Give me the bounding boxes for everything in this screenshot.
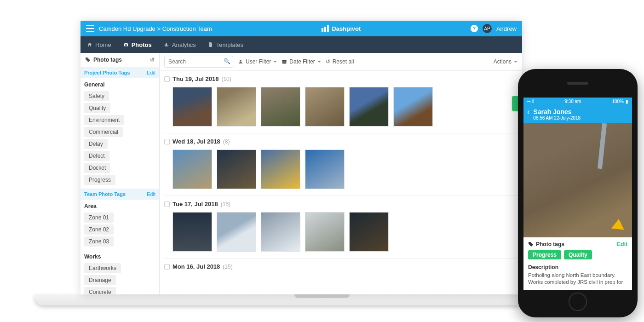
back-icon[interactable]: ‹ [527, 108, 529, 115]
hamburger-icon[interactable] [86, 25, 94, 32]
tag-earthworks[interactable]: Earthworks [84, 263, 121, 273]
main: 🔍 User Filter Date Filter ↺ Reset all [160, 53, 522, 294]
calendar-icon [282, 59, 287, 64]
photo-thumb[interactable] [349, 87, 389, 126]
logo-icon [322, 25, 329, 32]
cat-general: General [80, 78, 159, 90]
edit-tags-button[interactable]: Edit [617, 241, 627, 247]
phone-mock: ••ıll 9:30 am 100%▮ ‹ Sarah Jones 08:56 … [518, 69, 638, 317]
checkbox[interactable] [164, 201, 170, 207]
app-window: Camden Rd Upgrade > Construction Team Da… [80, 21, 522, 294]
date-count: (15) [223, 264, 232, 270]
search-input[interactable] [164, 56, 233, 68]
nav-analytics[interactable]: Analytics [164, 41, 196, 48]
edit-project-tags[interactable]: Edit [147, 70, 155, 75]
reset-all-button[interactable]: ↺ Reset all [326, 58, 354, 65]
photo-thumb[interactable] [217, 150, 256, 189]
gallery[interactable]: Thu 19, Jul 2018 (10) [160, 71, 522, 294]
tag-delay[interactable]: Delay [84, 139, 108, 149]
photo-thumb[interactable] [393, 87, 433, 126]
toolbar: 🔍 User Filter Date Filter ↺ Reset all [160, 53, 522, 71]
photo-author: Sarah Jones [533, 108, 581, 115]
analytics-icon [164, 42, 169, 47]
reset-icon: ↺ [326, 58, 330, 65]
tag-environment[interactable]: Environment [84, 115, 124, 125]
checkbox[interactable] [164, 76, 170, 82]
chevron-down-icon [514, 61, 518, 63]
photo-thumb[interactable] [305, 87, 345, 126]
tag-progress[interactable]: Progress [84, 175, 115, 185]
date-label: Mon 16, Jul 2018 [172, 263, 220, 270]
actions-menu[interactable]: Actions [494, 58, 518, 65]
tag-safety[interactable]: Safety [84, 91, 109, 101]
date-filter[interactable]: Date Filter [282, 58, 321, 65]
search-icon[interactable]: 🔍 [224, 58, 230, 64]
chip-progress[interactable]: Progress [528, 250, 561, 259]
svg-rect-2 [282, 60, 287, 61]
photo-timestamp: 08:56 AM 22-July-2018 [533, 115, 581, 121]
sidebar-header: Photo tags ↺ [80, 53, 159, 67]
phone-header: ‹ Sarah Jones 08:56 AM 22-July-2018 [523, 105, 632, 123]
tag-drainage[interactable]: Drainage [84, 275, 116, 285]
nav-home[interactable]: Home [87, 41, 111, 48]
date-group: Tue 17, Jul 2018 (15) [164, 196, 518, 258]
photo-thumb[interactable] [305, 150, 345, 189]
tag-defect[interactable]: Defect [84, 151, 109, 161]
photo-thumb[interactable] [261, 150, 300, 189]
photo-viewer[interactable] [523, 123, 632, 237]
date-group: Thu 19, Jul 2018 (10) [164, 71, 518, 133]
reset-all-label: Reset all [333, 58, 354, 65]
date-count: (10) [221, 76, 231, 82]
photo-thumb[interactable] [349, 212, 389, 252]
tag-docket[interactable]: Docket [84, 163, 110, 173]
date-header[interactable]: Mon 16, Jul 2018 (15) [164, 261, 518, 272]
nav-photos[interactable]: Photos [123, 41, 152, 48]
photo-thumb[interactable] [261, 87, 300, 126]
chip-quality[interactable]: Quality [564, 250, 592, 259]
date-header[interactable]: Thu 19, Jul 2018 (10) [164, 74, 518, 84]
photo-thumb[interactable] [217, 87, 256, 126]
team-tags-section: Team Photo Tags Edit [80, 189, 159, 200]
camera-icon [123, 42, 129, 47]
photo-thumb[interactable] [261, 212, 300, 252]
tag-zone01[interactable]: Zone 01 [84, 213, 114, 223]
home-button[interactable] [569, 293, 587, 311]
photo-thumb[interactable] [172, 150, 212, 189]
nav-templates[interactable]: Templates [208, 41, 243, 48]
search-box: 🔍 [164, 56, 233, 68]
avatar[interactable]: AP [483, 24, 492, 33]
chevron-down-icon [317, 61, 321, 63]
date-group: Wed 18, Jul 2018 (8) [164, 133, 518, 196]
checkbox[interactable] [164, 139, 170, 144]
tag-concrete[interactable]: Concrete [84, 287, 116, 294]
date-header[interactable]: Wed 18, Jul 2018 (8) [164, 136, 518, 147]
photo-thumb[interactable] [172, 87, 212, 126]
brand: Dashpivot [212, 25, 471, 32]
date-count: (15) [221, 201, 230, 207]
navbar: Home Photos Analytics Templates [80, 36, 522, 53]
phone-screen: ••ıll 9:30 am 100%▮ ‹ Sarah Jones 08:56 … [523, 98, 632, 290]
edit-team-tags[interactable]: Edit [147, 191, 155, 197]
photo-thumb[interactable] [305, 212, 345, 252]
topbar: Camden Rd Upgrade > Construction Team Da… [80, 21, 522, 36]
battery-label: 100% [612, 99, 624, 104]
photo-thumb[interactable] [172, 212, 212, 252]
breadcrumb[interactable]: Camden Rd Upgrade > Construction Team [99, 25, 212, 32]
reset-tags-icon[interactable]: ↺ [150, 57, 155, 63]
tag-commercial[interactable]: Commercial [84, 127, 123, 137]
tag-list-works: Earthworks Drainage Concrete Paving [80, 262, 159, 294]
tag-zone03[interactable]: Zone 03 [84, 236, 114, 247]
tag-quality[interactable]: Quality [84, 103, 110, 113]
nav-home-label: Home [95, 41, 111, 48]
help-icon[interactable]: ? [471, 25, 478, 32]
date-label: Wed 18, Jul 2018 [172, 138, 220, 145]
user-name[interactable]: Andrew [496, 25, 517, 32]
user-filter[interactable]: User Filter [238, 58, 277, 65]
tag-zone02[interactable]: Zone 02 [84, 224, 114, 235]
brand-name: Dashpivot [332, 25, 361, 32]
date-header[interactable]: Tue 17, Jul 2018 (15) [164, 199, 518, 209]
phone-statusbar: ••ıll 9:30 am 100%▮ [523, 98, 632, 105]
team-tags-section-label: Team Photo Tags [84, 191, 126, 197]
checkbox[interactable] [164, 264, 170, 270]
photo-thumb[interactable] [217, 212, 256, 252]
